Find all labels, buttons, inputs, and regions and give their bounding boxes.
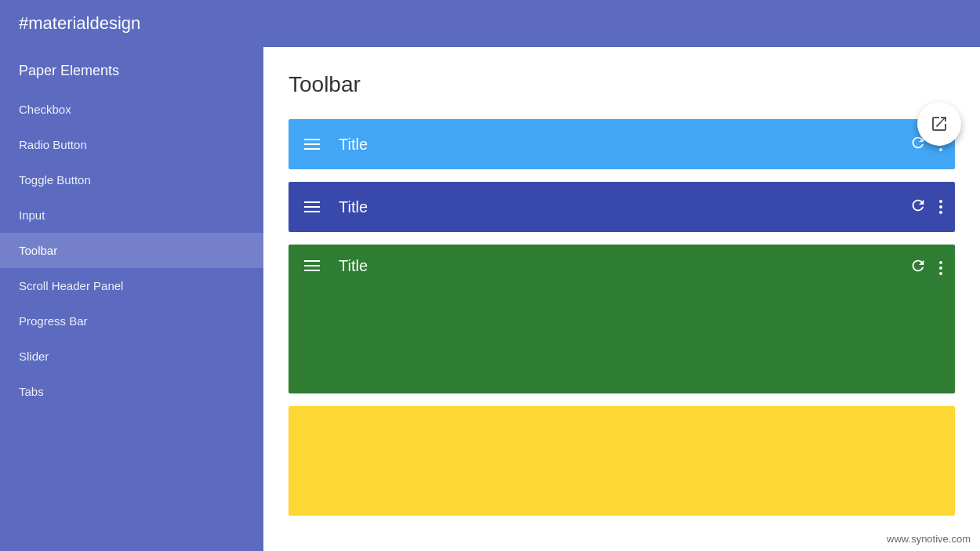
sidebar-item-slider[interactable]: Slider bbox=[0, 339, 263, 374]
footer-text: www.synotive.com bbox=[887, 533, 971, 545]
sidebar-item-scroll-header-panel[interactable]: Scroll Header Panel bbox=[0, 268, 263, 303]
sidebar-title: Paper Elements bbox=[0, 47, 263, 92]
toolbar-green: Title bbox=[289, 245, 955, 393]
sidebar-item-progress-bar[interactable]: Progress Bar bbox=[0, 303, 263, 339]
toolbar-title-blue: Title bbox=[339, 136, 909, 154]
sidebar-item-toolbar[interactable]: Toolbar bbox=[0, 233, 263, 268]
sidebar-item-radio-button[interactable]: Radio Button bbox=[0, 127, 263, 162]
content-area: Toolbar Title Title bbox=[263, 47, 980, 551]
refresh-icon-green[interactable] bbox=[909, 257, 927, 278]
top-header: #materialdesign bbox=[0, 0, 980, 47]
toolbar-title-indigo: Title bbox=[339, 198, 909, 216]
content-title: Toolbar bbox=[289, 72, 955, 97]
toolbar-blue: Title bbox=[289, 119, 955, 169]
sidebar-item-tabs[interactable]: Tabs bbox=[0, 374, 263, 409]
more-icon-green[interactable] bbox=[939, 261, 942, 275]
toolbar-actions-green bbox=[909, 257, 942, 278]
sidebar-item-toggle-button[interactable]: Toggle Button bbox=[0, 162, 263, 198]
menu-icon-indigo[interactable] bbox=[301, 198, 323, 216]
menu-icon-blue[interactable] bbox=[301, 136, 323, 153]
menu-icon-green[interactable] bbox=[301, 257, 323, 274]
main-container: Paper Elements Checkbox Radio Button Tog… bbox=[0, 47, 980, 551]
more-icon-indigo[interactable] bbox=[939, 200, 942, 214]
sidebar-item-checkbox[interactable]: Checkbox bbox=[0, 92, 263, 127]
sidebar: Paper Elements Checkbox Radio Button Tog… bbox=[0, 47, 263, 551]
app-title: #materialdesign bbox=[19, 13, 140, 34]
toolbar-yellow bbox=[289, 406, 955, 516]
toolbar-title-green: Title bbox=[339, 257, 909, 275]
refresh-icon-indigo[interactable] bbox=[909, 197, 927, 218]
sidebar-item-input[interactable]: Input bbox=[0, 198, 263, 233]
fab-open-new-button[interactable] bbox=[917, 102, 961, 146]
toolbar-indigo: Title bbox=[289, 182, 955, 232]
toolbar-actions-indigo bbox=[909, 197, 942, 218]
